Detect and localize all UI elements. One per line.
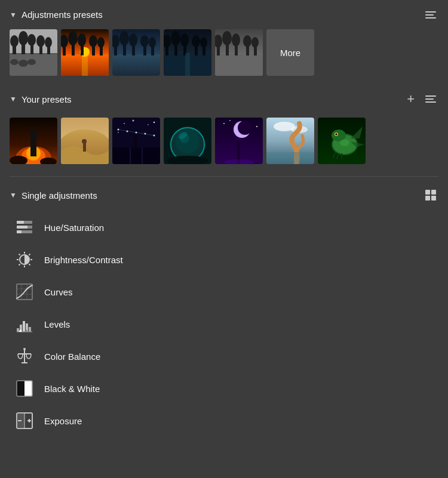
more-presets-button[interactable]: More [266, 29, 314, 76]
svg-point-4 [10, 35, 19, 47]
svg-point-122 [336, 134, 337, 135]
svg-point-85 [154, 122, 155, 123]
svg-line-136 [29, 264, 30, 265]
preset-thumb-2[interactable] [61, 29, 109, 76]
adjustments-presets-title-group: ▼ Adjustments presets [10, 10, 103, 20]
single-adjustments-grid-btn[interactable] [423, 189, 438, 202]
svg-rect-129 [17, 230, 22, 233]
svg-rect-95 [134, 138, 137, 149]
svg-point-73 [30, 129, 37, 137]
adjustment-black-white[interactable]: Black & White [10, 372, 438, 405]
svg-point-50 [180, 33, 189, 47]
divider-1 [10, 176, 438, 177]
svg-rect-111 [235, 138, 243, 140]
single-adjustments-title-group: ▼ Single adjustments [10, 190, 97, 201]
svg-point-38 [129, 33, 137, 47]
your-presets-actions: + [404, 90, 438, 108]
adjustment-color-balance[interactable]: Color Balance [10, 340, 438, 372]
more-label: More [280, 48, 300, 58]
svg-point-107 [223, 123, 225, 124]
svg-rect-145 [17, 328, 19, 332]
adjustment-exposure[interactable]: Exposure [10, 405, 438, 437]
svg-point-12 [45, 37, 52, 48]
svg-line-138 [19, 264, 20, 265]
hue-saturation-icon [14, 217, 35, 238]
svg-point-67 [251, 37, 259, 48]
brightness-contrast-icon [14, 249, 35, 270]
list-icon [425, 11, 436, 18]
brightness-contrast-label: Brightness/Contrast [44, 255, 123, 265]
adjustment-curves[interactable]: Curves [10, 276, 438, 308]
levels-label: Levels [44, 319, 70, 329]
your-presets-strip [10, 118, 438, 164]
svg-rect-78 [83, 143, 86, 152]
svg-point-29 [97, 37, 105, 48]
svg-point-10 [36, 35, 45, 47]
svg-point-91 [154, 135, 155, 137]
svg-rect-32 [112, 54, 160, 76]
svg-point-48 [171, 31, 180, 45]
svg-point-15 [19, 60, 28, 67]
user-preset-3[interactable] [112, 118, 160, 164]
user-preset-7[interactable] [318, 118, 366, 164]
your-presets-header: ▼ Your presets + [10, 88, 438, 110]
your-presets-list-btn[interactable] [423, 94, 438, 104]
adjustments-presets-strip: More [10, 29, 438, 76]
svg-rect-92 [112, 147, 160, 164]
svg-point-88 [127, 131, 128, 132]
list-icon [425, 95, 436, 103]
preset-thumb-1[interactable] [10, 29, 57, 76]
svg-point-6 [19, 31, 28, 45]
single-adjustments-chevron[interactable]: ▼ [10, 191, 17, 199]
svg-point-82 [133, 120, 134, 122]
your-presets-title-group: ▼ Your presets [10, 94, 72, 104]
preset-thumb-4[interactable] [164, 29, 211, 76]
svg-point-65 [243, 35, 251, 47]
svg-point-52 [192, 35, 200, 47]
adjustment-levels[interactable]: Levels [10, 308, 438, 340]
preset-thumb-3[interactable] [112, 29, 160, 76]
svg-line-137 [29, 254, 30, 255]
single-adjustments-actions [423, 189, 438, 202]
color-balance-icon [14, 346, 35, 366]
adjustments-presets-actions [423, 10, 438, 20]
preset-thumb-5[interactable] [215, 29, 263, 76]
svg-rect-125 [17, 221, 24, 224]
adjustment-brightness-contrast[interactable]: Brightness/Contrast [10, 243, 438, 276]
svg-point-106 [238, 121, 252, 135]
svg-rect-57 [215, 54, 263, 76]
add-preset-button[interactable]: + [404, 90, 417, 108]
svg-line-135 [19, 254, 20, 255]
adjustment-hue-saturation[interactable]: Hue/Saturation [10, 211, 438, 243]
svg-point-8 [27, 34, 36, 46]
color-balance-label: Color Balance [44, 351, 100, 362]
svg-point-96 [133, 135, 137, 139]
svg-rect-147 [23, 321, 25, 332]
user-preset-6[interactable] [266, 118, 314, 164]
exposure-label: Exposure [44, 416, 82, 426]
user-preset-2[interactable] [61, 118, 109, 164]
svg-point-154 [23, 348, 26, 350]
levels-icon [14, 314, 35, 334]
svg-point-109 [229, 120, 231, 121]
black-white-label: Black & White [44, 384, 100, 394]
user-preset-1[interactable] [10, 118, 57, 164]
svg-point-87 [118, 129, 119, 131]
svg-rect-30 [82, 55, 88, 76]
adjustments-list: Hue/Saturation [10, 211, 438, 437]
single-adjustments-header: ▼ Single adjustments [10, 186, 438, 204]
svg-rect-116 [266, 152, 314, 164]
your-presets-chevron[interactable]: ▼ [10, 95, 17, 103]
user-preset-5[interactable] [215, 118, 263, 164]
adjustments-presets-list-btn[interactable] [423, 10, 438, 20]
user-preset-4[interactable] [164, 118, 211, 164]
adjustments-presets-header: ▼ Adjustments presets [10, 7, 438, 22]
svg-rect-159 [24, 381, 32, 396]
svg-point-81 [124, 123, 125, 124]
svg-rect-72 [30, 135, 36, 156]
svg-point-90 [145, 133, 146, 135]
adjustments-presets-chevron[interactable]: ▼ [10, 11, 17, 19]
grid-icon [425, 190, 436, 201]
svg-point-61 [222, 31, 232, 45]
svg-point-42 [149, 37, 156, 48]
